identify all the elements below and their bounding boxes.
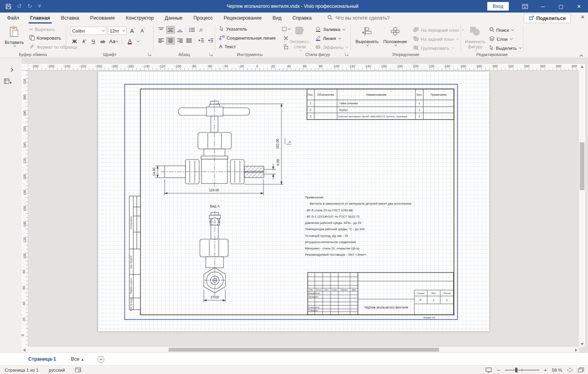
customize-qat-icon[interactable] — [38, 4, 42, 8]
minimize-button[interactable]: ─ — [534, 0, 552, 13]
add-page-button[interactable]: + — [98, 356, 104, 363]
position-button[interactable]: Положение — [381, 24, 410, 52]
connector-tool-button[interactable]: Соединительная линия — [218, 34, 277, 42]
fill-button[interactable]: Заливка — [314, 25, 350, 33]
tab-help[interactable]: Справка — [287, 13, 317, 24]
zoom-slider[interactable] — [505, 370, 539, 370]
font-dialog-launcher-icon[interactable] — [148, 53, 152, 56]
bullets-button[interactable] — [188, 26, 196, 34]
find-button[interactable]: Поиск — [488, 26, 523, 34]
layers-button[interactable]: Слои — [488, 35, 523, 43]
tab-insert[interactable]: Вставка — [56, 13, 85, 24]
parts-table[interactable]: Поз. Обозначение Наименование Кол. Приме… — [307, 89, 454, 120]
decrease-indent-button[interactable] — [197, 37, 205, 45]
save-icon[interactable] — [5, 4, 11, 9]
collapse-ribbon-icon[interactable] — [579, 51, 583, 55]
grow-font-button[interactable]: Aˆ — [128, 27, 137, 35]
search-icon — [327, 15, 332, 21]
horizontal-ruler[interactable]: -280-260-240-220-200-180-160-140-120-100… — [22, 64, 579, 71]
line-button[interactable]: Линия — [314, 34, 350, 42]
align-button[interactable]: Выровнять — [353, 24, 381, 52]
vertical-ruler[interactable]: 3203002802602402202001801601401201008060… — [22, 71, 28, 347]
align-center-button[interactable] — [166, 37, 175, 45]
pointer-tool-button[interactable]: Указатель — [218, 25, 277, 33]
tab-home[interactable]: Главная — [25, 13, 56, 24]
increase-indent-button[interactable] — [206, 37, 215, 45]
group-button[interactable]: Группировать — [412, 44, 465, 52]
italic-button[interactable]: К — [80, 37, 88, 45]
shape-styles-dialog-launcher-icon[interactable] — [345, 53, 349, 56]
window-title: Чертеж игольчатого вентиля.vsdx - Visio … — [98, 4, 487, 9]
side-title-strip[interactable]: Согласовано Инв. № дубл. Подпись и дата … — [129, 196, 140, 311]
all-pages-button[interactable]: Все ▲ — [71, 356, 84, 362]
bold-button[interactable]: Ж — [70, 37, 79, 45]
tab-design[interactable]: Конструктор — [120, 13, 159, 24]
underline-button[interactable]: Ч — [89, 37, 98, 45]
language-indicator[interactable]: русский — [49, 368, 65, 372]
title-block[interactable]: Изм. Кол.уч Лист № док. Подпись Дата Раз… — [308, 272, 454, 319]
send-to-back-button[interactable]: На задний план — [412, 35, 465, 43]
horizontal-scrollbar[interactable] — [22, 347, 579, 352]
tab-view[interactable]: Вид — [267, 13, 287, 24]
font-size-combo[interactable]: 12пт — [108, 27, 127, 35]
shrink-font-button[interactable]: Aˇ — [138, 27, 147, 35]
horizontal-scroll-thumb[interactable] — [169, 348, 439, 352]
font-family-combo[interactable]: Calibri — [70, 27, 106, 35]
maximize-button[interactable]: ▢ — [552, 0, 570, 13]
bring-to-front-button[interactable]: На передний план — [412, 26, 465, 34]
paragraph-dialog-launcher-icon[interactable] — [209, 53, 213, 56]
justify-button[interactable] — [185, 37, 194, 45]
align-right-button[interactable] — [176, 37, 184, 45]
vertical-scrollbar[interactable] — [579, 64, 585, 347]
close-button[interactable]: ✕ — [570, 0, 588, 13]
quick-styles-button[interactable]: Экспресс-стили — [288, 24, 312, 51]
page-tab-bar: Страница-1 Все ▲ + — [0, 352, 588, 365]
effects-button[interactable]: Эффекты — [314, 44, 350, 51]
align-top-button[interactable] — [157, 26, 165, 34]
presentation-mode-icon[interactable] — [485, 367, 492, 373]
tab-process[interactable]: Процесс — [188, 13, 218, 24]
shapes-window-icon[interactable] — [4, 78, 13, 86]
text-tool-button[interactable]: A Текст — [218, 43, 277, 50]
notes-block[interactable]: Примечания: Вентиль в зависимости от мат… — [305, 196, 412, 256]
tab-review[interactable]: Рецензирование — [218, 13, 267, 24]
valve-view-a[interactable]: Вид А — [200, 204, 228, 293]
valve-main-view[interactable] — [165, 101, 264, 184]
tab-data[interactable]: Данные — [159, 13, 188, 24]
ribbon-display-options-icon[interactable] — [516, 0, 534, 13]
ruler-label: -280 — [32, 64, 38, 68]
change-shape-button[interactable]: Изменить фигуру — [463, 24, 487, 52]
sign-in-button[interactable]: Вход — [487, 2, 509, 11]
tell-me-search[interactable] — [327, 15, 406, 21]
drawing-area[interactable]: Согласовано Инв. № дубл. Подпись и дата … — [28, 71, 579, 347]
align-middle-button[interactable] — [166, 26, 175, 34]
search-input[interactable] — [336, 15, 406, 21]
select-button[interactable]: Выделить — [488, 44, 523, 52]
zoom-out-button[interactable]: − — [497, 367, 500, 373]
zoom-level[interactable]: 58 % — [552, 368, 562, 372]
tab-file[interactable]: Файл — [2, 13, 25, 24]
page-indicator[interactable]: Страница 1 из 1 — [5, 368, 38, 372]
change-case-button[interactable]: Aa — [108, 37, 120, 45]
switch-windows-icon[interactable] — [578, 367, 584, 372]
strikethrough-button[interactable]: ab — [98, 37, 107, 45]
align-left-button[interactable] — [157, 37, 165, 45]
svg-text:Гайка сальника: Гайка сальника — [339, 102, 358, 105]
font-color-button[interactable]: А — [124, 37, 136, 45]
vertical-scroll-thumb[interactable] — [580, 142, 584, 190]
align-bottom-button[interactable] — [176, 26, 184, 34]
paste-button[interactable]: Вставить — [2, 24, 26, 51]
text-direction-button[interactable]: A — [197, 26, 206, 34]
zoom-slider-thumb[interactable] — [515, 368, 517, 372]
drawing-page[interactable]: Согласовано Инв. № дубл. Подпись и дата … — [98, 71, 489, 331]
expand-shapes-panel-icon[interactable] — [10, 67, 14, 74]
close-icon[interactable]: ✕ — [581, 14, 585, 20]
share-button[interactable]: Поделиться — [524, 14, 571, 23]
ruler-label: -100 — [174, 64, 181, 68]
fit-page-icon[interactable] — [567, 367, 573, 373]
tab-draw[interactable]: Рисование — [85, 13, 120, 24]
zoom-in-button[interactable]: + — [544, 367, 547, 373]
macro-record-icon[interactable] — [75, 367, 81, 372]
page-tab-1[interactable]: Страница-1 — [27, 354, 58, 364]
chevron-down-icon — [456, 37, 459, 40]
